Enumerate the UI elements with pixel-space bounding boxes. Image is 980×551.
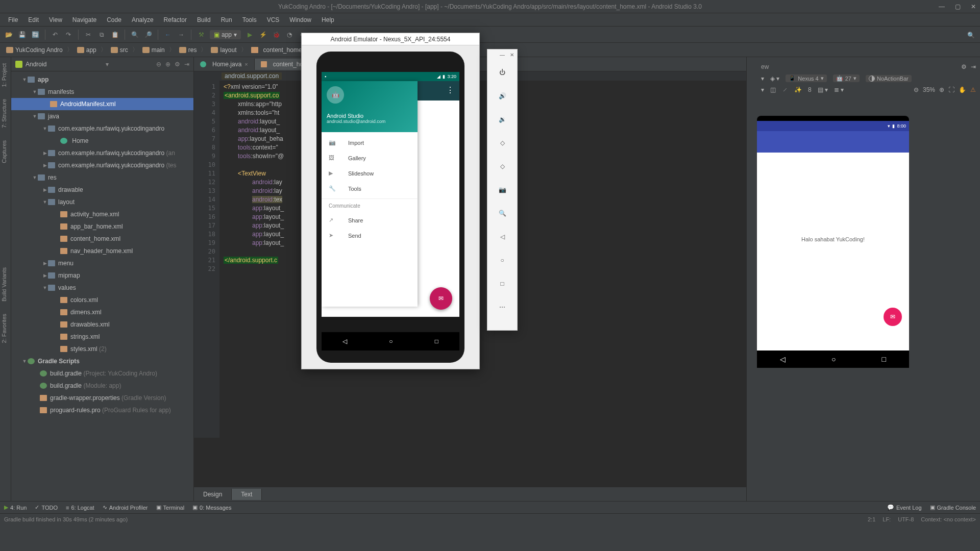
clear-constraints-icon[interactable]: ✨ xyxy=(794,86,802,93)
project-view-mode[interactable]: Android xyxy=(26,61,46,68)
copy-icon[interactable]: ⧉ xyxy=(97,30,106,39)
drawer-item-tools[interactable]: 🔧Tools xyxy=(322,181,418,196)
tree-values-file[interactable]: strings.xml xyxy=(11,331,193,343)
breadcrumb-layout[interactable]: layout xyxy=(209,45,238,55)
emulator-controls[interactable]: — ✕ ⏻ 🔊 🔉 ◇ ◇ 📷 🔍 ◁ ○ □ ⋯ xyxy=(487,49,518,331)
save-icon[interactable]: 💾 xyxy=(17,30,27,39)
tab-favorites[interactable]: 2: Favorites xyxy=(0,308,8,349)
redo-icon[interactable]: ↷ xyxy=(64,30,73,39)
pan-icon[interactable]: ✋ xyxy=(959,86,966,93)
tab-structure[interactable]: 7: Structure xyxy=(0,93,8,134)
hide-icon[interactable]: ⇥ xyxy=(971,63,976,70)
tree-drawable[interactable]: ▶drawable xyxy=(11,184,193,196)
fab-mail[interactable]: ✉ xyxy=(430,287,452,310)
cursor-position[interactable]: 2:1 xyxy=(868,514,875,524)
recent-nav-icon[interactable]: □ xyxy=(435,338,438,345)
locale-icon[interactable]: ▾ xyxy=(761,86,764,93)
volume-up-icon[interactable]: 🔊 xyxy=(497,90,508,102)
tree-res[interactable]: ▼res xyxy=(11,171,193,184)
run-icon[interactable]: ▶ xyxy=(245,30,254,39)
line-separator[interactable]: LF: xyxy=(883,514,891,524)
home-nav-icon[interactable]: ○ xyxy=(389,338,393,345)
menu-analyze[interactable]: Analyze xyxy=(128,15,158,24)
tree-pkg1[interactable]: ▼com.example.nurfawiq.yukcodingandro xyxy=(11,122,193,135)
back-nav-icon[interactable]: ◁ xyxy=(342,338,347,345)
cut-icon[interactable]: ✂ xyxy=(84,30,93,39)
preview-device[interactable]: ▾ ▮ 8:00 Halo sahabat YukCoding! ✉ ◁ ○ □ xyxy=(757,116,909,368)
menu-window[interactable]: Window xyxy=(285,15,315,24)
status-todo[interactable]: ✓ TODO xyxy=(35,504,58,511)
tab-design[interactable]: Design xyxy=(194,489,232,500)
status-terminal[interactable]: ▣ Terminal xyxy=(156,504,185,511)
rotate-right-icon[interactable]: ◇ xyxy=(497,161,508,172)
tree-pkg3[interactable]: ▶com.example.nurfawiq.yukcodingandro (te… xyxy=(11,159,193,171)
context-selector[interactable]: Context: <no context> xyxy=(921,514,976,524)
status-messages[interactable]: ▣ 0: Messages xyxy=(192,504,231,511)
breadcrumb-app[interactable]: app xyxy=(75,45,99,55)
navigation-drawer[interactable]: 🤖 Android Studio android.studio@android.… xyxy=(322,81,418,307)
volume-down-icon[interactable]: 🔉 xyxy=(497,114,508,125)
profile-icon[interactable]: ◔ xyxy=(285,30,294,39)
gear-icon[interactable]: ⚙ xyxy=(175,61,180,68)
file-encoding[interactable]: UTF-8 xyxy=(898,514,914,524)
zoom-in-icon[interactable]: ⊕ xyxy=(939,86,944,93)
tab-build-variants[interactable]: Build Variants xyxy=(0,261,8,308)
gear-icon[interactable]: ⚙ xyxy=(961,63,967,70)
tree-java[interactable]: ▼java xyxy=(11,110,193,122)
replace-icon[interactable]: 🔎 xyxy=(143,30,153,39)
power-icon[interactable]: ⏻ xyxy=(497,67,508,78)
close-icon[interactable]: ✕ xyxy=(510,52,514,58)
menu-vcs[interactable]: VCS xyxy=(263,15,284,24)
tree-values-file[interactable]: colors.xml xyxy=(11,294,193,306)
menu-view[interactable]: View xyxy=(45,15,66,24)
tree-wrapper[interactable]: gradle-wrapper.properties (Gradle Versio… xyxy=(11,392,193,404)
tree-layout-file[interactable]: content_home.xml xyxy=(11,233,193,245)
autoconnect-icon[interactable]: ⟋ xyxy=(782,86,788,93)
tree-app[interactable]: ▼app xyxy=(11,73,193,86)
layout-bounds-icon[interactable]: ◫ xyxy=(770,86,776,93)
tree-manifests[interactable]: ▼manifests xyxy=(11,86,193,98)
margins-icon[interactable]: ▤ ▾ xyxy=(818,86,828,93)
find-icon[interactable]: 🔍 xyxy=(130,30,139,39)
tab-project[interactable]: 1: Project xyxy=(0,57,8,93)
hide-icon[interactable]: ⇥ xyxy=(184,61,189,68)
status-profiler[interactable]: ∿ Android Profiler xyxy=(103,504,148,511)
tree-values-file[interactable]: drawables.xml xyxy=(11,318,193,331)
status-event-log[interactable]: 💬 Event Log xyxy=(887,504,922,511)
tree-layout[interactable]: ▼layout xyxy=(11,196,193,208)
breadcrumb-res[interactable]: res xyxy=(177,45,199,55)
tree-values[interactable]: ▼values xyxy=(11,282,193,294)
paste-icon[interactable]: 📋 xyxy=(110,30,119,39)
tree-mipmap[interactable]: ▶mipmap xyxy=(11,269,193,282)
close-tab-icon[interactable]: × xyxy=(244,61,248,67)
target-icon[interactable]: ⊕ xyxy=(165,61,170,68)
more-icon[interactable]: ⋯ xyxy=(497,302,508,313)
status-run[interactable]: ▶4: Run xyxy=(4,504,27,511)
status-gradle-console[interactable]: ▣ Gradle Console xyxy=(930,504,976,511)
orientation-icon[interactable]: ▾ xyxy=(761,75,764,82)
forward-icon[interactable]: → xyxy=(177,30,186,39)
tab-captures[interactable]: Captures xyxy=(0,134,8,169)
open-icon[interactable]: 📂 xyxy=(4,30,13,39)
breadcrumb-main[interactable]: main xyxy=(140,45,167,55)
emulator-window[interactable]: Android Emulator - Nexus_5X_API_24:5554 … xyxy=(301,33,480,369)
drawer-item-import[interactable]: 📷Import xyxy=(322,135,418,151)
tab-text[interactable]: Text xyxy=(232,489,262,500)
tree-home-class[interactable]: Home xyxy=(11,135,193,147)
menu-refactor[interactable]: Refactor xyxy=(160,15,191,24)
close-icon[interactable]: ✕ xyxy=(971,0,976,13)
align-icon[interactable]: ≣ ▾ xyxy=(834,86,844,93)
tree-gradle-scripts[interactable]: ▼Gradle Scripts xyxy=(11,355,193,367)
menu-code[interactable]: Code xyxy=(103,15,126,24)
breadcrumb-project[interactable]: YukCoding Andro xyxy=(4,45,65,55)
tree-proguard[interactable]: proguard-rules.pro (ProGuard Rules for a… xyxy=(11,404,193,416)
tree-manifest-file[interactable]: AndroidManifest.xml xyxy=(11,98,193,110)
menu-edit[interactable]: Edit xyxy=(24,15,43,24)
drawer-item-share[interactable]: ↗Share xyxy=(322,213,418,228)
zoom-out-icon[interactable]: ⊖ xyxy=(914,86,919,93)
overview-icon[interactable]: □ xyxy=(497,278,508,289)
back-icon[interactable]: ← xyxy=(163,30,173,39)
theme-dropdown[interactable]: NoActionBar xyxy=(866,75,912,82)
minimize-icon[interactable]: — xyxy=(939,0,945,13)
minimize-icon[interactable]: — xyxy=(500,52,505,58)
